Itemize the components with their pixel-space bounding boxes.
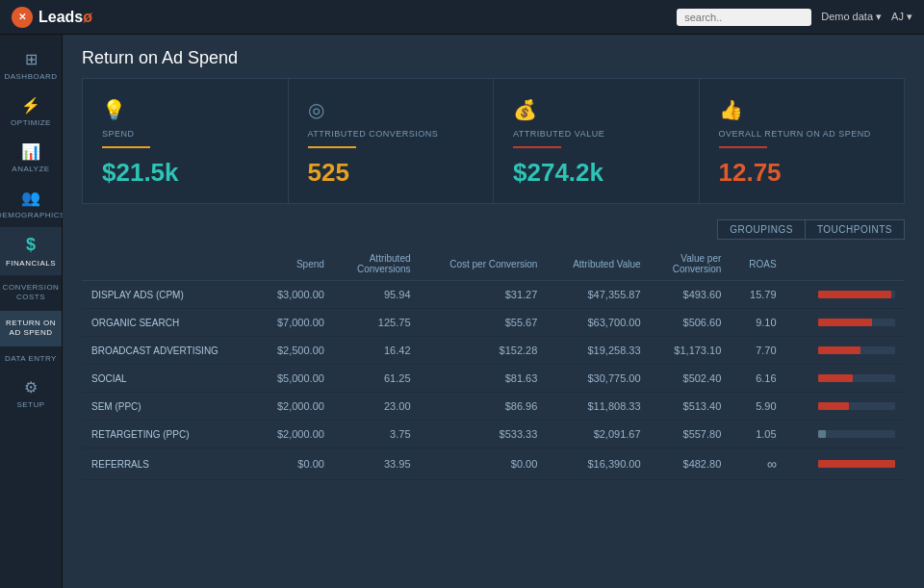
cell-spend-2: $2,500.00 [255,337,334,365]
optimize-icon: ⚡ [21,96,40,115]
sidebar-label-demographics: DEMOGRAPHICS [0,211,65,219]
cell-bar-3 [786,365,905,393]
kpi-attributed-conversions: ◎ ATTRIBUTED CONVERSIONS 525 [289,79,495,203]
cell-conversions-0: 95.94 [334,281,421,309]
data-table: Spend AttributedConversions Cost per Con… [82,247,905,480]
cell-cost-per-3: $81.63 [421,365,548,393]
spend-label: SPEND [102,129,269,139]
table-row: SEM (PPC) $2,000.00 23.00 $86.96 $11,808… [82,393,905,421]
logo: ✕ Leadsø [12,7,92,28]
groupings-button[interactable]: GROUPINGS [717,219,805,240]
cell-value-per-6: $482.80 [651,448,732,480]
sidebar: ⊞ DASHBOARD ⚡ OPTIMIZE 📊 ANALYZE 👥 DEMOG… [0,35,63,588]
financials-icon: $ [26,235,36,255]
cell-conversions-4: 23.00 [334,393,421,421]
search-input[interactable] [677,9,811,26]
cell-roas-0: 15.79 [731,281,785,309]
cell-cost-per-1: $55.67 [421,309,548,337]
cell-bar-1 [786,309,905,337]
sidebar-item-setup[interactable]: ⚙ SETUP [0,371,62,417]
col-header-attr-value: Attributed Value [547,247,650,281]
col-header-roas: ROAS [731,247,785,281]
sidebar-label-roas: RETURN ON AD SPEND [4,319,58,339]
cell-value-per-0: $493.60 [651,281,732,309]
top-nav: ✕ Leadsø Demo data ▾ AJ ▾ [0,0,924,35]
bar-fill-2 [818,346,860,354]
cell-spend-6: $0.00 [255,448,334,480]
value-icon: 💰 [513,98,680,121]
sidebar-label-analyze: ANALYZE [12,165,49,173]
sidebar-item-dashboard[interactable]: ⊞ DASHBOARD [0,42,62,89]
spend-value: $21.5k [102,158,269,188]
table-toolbar: GROUPINGS TOUCHPOINTS [82,219,905,240]
cell-name-5: RETARGETING (PPC) [82,421,255,448]
col-header-value-per: Value perConversion [651,247,732,281]
cell-conversions-3: 61.25 [334,365,421,393]
sidebar-label-conversion-costs: CONVERSION COSTS [3,283,60,303]
cell-cost-per-2: $152.28 [421,337,548,365]
sidebar-item-financials[interactable]: $ FINANCIALS [0,227,62,275]
cell-conversions-1: 125.75 [334,309,421,337]
main-layout: ⊞ DASHBOARD ⚡ OPTIMIZE 📊 ANALYZE 👥 DEMOG… [0,35,924,588]
cell-attr-value-6: $16,390.00 [547,448,650,480]
sidebar-item-return-on-ad-spend[interactable]: RETURN ON AD SPEND [0,311,62,346]
cell-bar-2 [786,337,905,365]
cell-value-per-3: $502.40 [651,365,732,393]
user-menu-button[interactable]: AJ ▾ [891,11,912,23]
return-icon: 👍 [719,98,886,121]
sidebar-item-data-entry[interactable]: DATA ENTRY [0,346,62,371]
cell-cost-per-0: $31.27 [421,281,548,309]
bar-container-6 [818,460,895,468]
setup-icon: ⚙ [24,378,38,396]
cell-cost-per-5: $533.33 [421,421,548,448]
cell-cost-per-4: $86.96 [421,393,548,421]
content-area: Return on Ad Spend 💡 SPEND $21.5k ◎ ATTR… [63,35,924,588]
bar-container-2 [818,346,895,354]
table-header-row: Spend AttributedConversions Cost per Con… [82,247,905,281]
col-header-conversions: AttributedConversions [334,247,421,281]
cell-conversions-5: 3.75 [334,421,421,448]
bar-container-4 [818,402,895,410]
cell-roas-6: ∞ [731,448,785,480]
logo-icon: ✕ [12,7,33,28]
table-row: BROADCAST ADVERTISING $2,500.00 16.42 $1… [82,337,905,365]
cell-attr-value-3: $30,775.00 [547,365,650,393]
cell-name-6: REFERRALS [82,448,255,480]
cell-value-per-2: $1,173.10 [651,337,732,365]
cell-spend-4: $2,000.00 [255,393,334,421]
table-row: DISPLAY ADS (CPM) $3,000.00 95.94 $31.27… [82,281,905,309]
cell-name-1: ORGANIC SEARCH [82,309,255,337]
sidebar-label-data-entry: DATA ENTRY [5,354,57,363]
cell-value-per-4: $513.40 [651,393,732,421]
cell-bar-6 [786,448,905,480]
spend-icon: 💡 [102,98,269,121]
cell-cost-per-6: $0.00 [421,448,548,480]
cell-spend-5: $2,000.00 [255,421,334,448]
cell-roas-3: 6.16 [731,365,785,393]
table-row: SOCIAL $5,000.00 61.25 $81.63 $30,775.00… [82,365,905,393]
col-header-name [82,247,255,281]
cell-conversions-2: 16.42 [334,337,421,365]
touchpoints-button[interactable]: TOUCHPOINTS [805,219,905,240]
page-title: Return on Ad Spend [63,35,924,78]
cell-attr-value-5: $2,091.67 [547,421,650,448]
demo-data-button[interactable]: Demo data ▾ [821,11,882,23]
return-label: OVERALL RETURN ON AD SPEND [719,129,886,139]
demographics-icon: 👥 [21,189,40,207]
sidebar-item-conversion-costs[interactable]: CONVERSION COSTS [0,275,62,311]
cell-bar-4 [786,393,905,421]
value-underline [513,146,561,148]
sidebar-item-analyze[interactable]: 📊 ANALYZE [0,135,62,181]
bar-container-3 [818,374,895,382]
sidebar-label-financials: FINANCIALS [6,259,56,268]
spend-underline [102,146,150,148]
top-right: Demo data ▾ AJ ▾ [677,9,912,26]
kpi-attributed-value: 💰 ATTRIBUTED VALUE $274.2k [494,79,700,203]
sidebar-item-optimize[interactable]: ⚡ OPTIMIZE [0,89,62,135]
sidebar-label-dashboard: DASHBOARD [4,72,57,81]
conversions-underline [308,146,356,148]
col-header-cost-per: Cost per Conversion [421,247,548,281]
bar-fill-1 [818,319,872,326]
cell-attr-value-0: $47,355.87 [547,281,650,309]
sidebar-item-demographics[interactable]: 👥 DEMOGRAPHICS [0,181,62,227]
